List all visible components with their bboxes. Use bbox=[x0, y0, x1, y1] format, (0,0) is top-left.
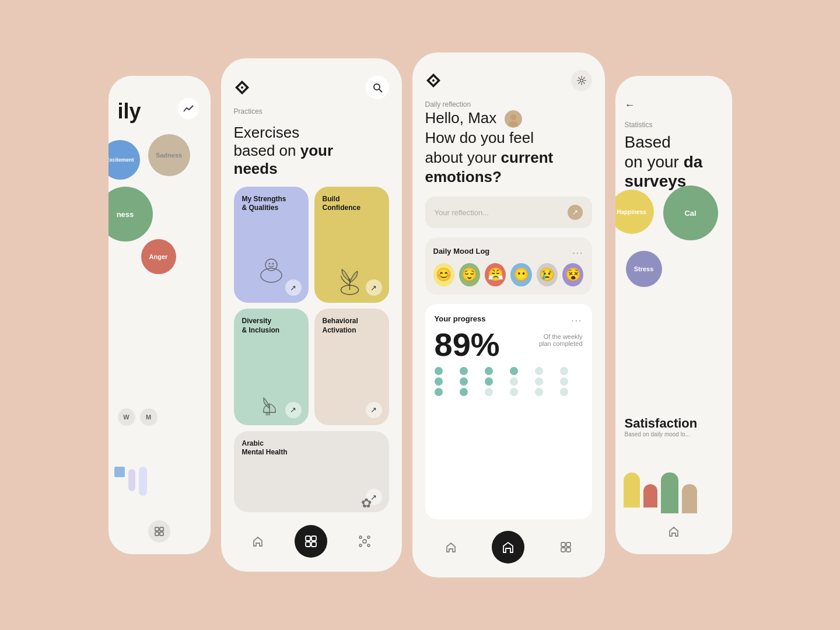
svg-rect-28 bbox=[561, 548, 565, 552]
behavioral-card[interactable]: BehavioralActivation ↗ bbox=[314, 309, 389, 425]
main-nav-button[interactable] bbox=[295, 525, 327, 558]
home-button[interactable] bbox=[663, 520, 685, 542]
mood-more-button[interactable]: ... bbox=[572, 246, 583, 256]
chart-icon[interactable] bbox=[178, 98, 199, 119]
progress-desc: Of the weeklyplan completed bbox=[539, 333, 583, 347]
svg-point-12 bbox=[266, 413, 268, 415]
mood-section: Daily Mood Log ... 😊 😌 😤 😶 😢 😵 bbox=[425, 237, 592, 295]
logo bbox=[425, 72, 442, 89]
satisfaction-section: Satisfaction Based on daily mood lo... bbox=[625, 416, 723, 438]
search-button[interactable] bbox=[366, 76, 389, 99]
phone-3: Daily reflection Hello, Max How do you f… bbox=[412, 52, 605, 578]
svg-point-24 bbox=[510, 114, 516, 120]
daily-label: Daily reflection bbox=[425, 100, 592, 108]
svg-point-18 bbox=[359, 536, 362, 538]
emoji-happy[interactable]: 😊 bbox=[433, 263, 454, 286]
arabic-mental-card[interactable]: ArabicMental Health ↗ ✿ bbox=[234, 431, 389, 512]
happiness-bubble: Happiness bbox=[615, 190, 654, 234]
svg-point-9 bbox=[268, 263, 270, 265]
phone3-header bbox=[425, 70, 592, 91]
svg-line-6 bbox=[379, 89, 382, 92]
month-button[interactable]: M bbox=[140, 408, 158, 426]
svg-point-21 bbox=[368, 544, 370, 547]
svg-point-10 bbox=[272, 263, 274, 265]
svg-point-25 bbox=[509, 121, 518, 127]
svg-point-8 bbox=[265, 259, 277, 271]
main-nav-button[interactable] bbox=[492, 531, 524, 564]
svg-rect-14 bbox=[312, 536, 316, 541]
reflection-send-button[interactable]: ↗ bbox=[568, 205, 583, 220]
svg-rect-0 bbox=[155, 527, 159, 531]
card-title: Diversity& Inclusion bbox=[242, 317, 289, 335]
card-arrow[interactable]: ↗ bbox=[366, 402, 382, 418]
section-title: Exercisesbased on yourneeds bbox=[234, 124, 389, 178]
svg-point-20 bbox=[359, 544, 362, 547]
section-title: Basedon your dasurveys bbox=[625, 132, 723, 191]
phone-4: ← Statistics Basedon your dasurveys Happ… bbox=[615, 76, 732, 554]
svg-point-5 bbox=[374, 84, 380, 90]
avatar bbox=[505, 110, 522, 128]
svg-rect-3 bbox=[160, 532, 163, 536]
reflection-placeholder: Your reflection... bbox=[435, 208, 489, 217]
confidence-card[interactable]: BuildConfidence ↗ bbox=[314, 187, 389, 303]
emotion-bubble-sadness: Sadness bbox=[148, 134, 190, 176]
cards-grid: My Strengths& Qualities ↗ BuildConfidenc… bbox=[234, 187, 389, 512]
card-title: BuildConfidence bbox=[323, 195, 369, 213]
phone-1: ily Excitement Sadness ness Anger W M bbox=[108, 76, 211, 554]
home-button[interactable] bbox=[440, 536, 462, 558]
svg-rect-15 bbox=[306, 542, 310, 547]
satisfaction-title: Satisfaction bbox=[625, 416, 723, 431]
section-label: Practices bbox=[234, 107, 389, 116]
progress-title: Your progress bbox=[435, 314, 486, 323]
emoji-blue[interactable]: 😶 bbox=[510, 263, 531, 286]
svg-point-17 bbox=[363, 540, 366, 543]
home-button[interactable] bbox=[247, 530, 269, 552]
svg-rect-1 bbox=[160, 527, 163, 531]
phone2-header bbox=[234, 76, 389, 99]
stress-bubble: Stress bbox=[626, 251, 662, 287]
card-arrow[interactable]: ↗ bbox=[285, 402, 302, 418]
svg-rect-16 bbox=[312, 542, 316, 547]
progress-dots bbox=[435, 367, 583, 396]
svg-rect-2 bbox=[155, 532, 159, 536]
reflection-input[interactable]: Your reflection... ↗ bbox=[425, 197, 592, 228]
diversity-card[interactable]: Diversity& Inclusion ↗ bbox=[234, 309, 309, 425]
svg-point-19 bbox=[368, 536, 370, 538]
back-button[interactable]: ← bbox=[625, 99, 723, 111]
grid-button[interactable] bbox=[354, 530, 376, 552]
bottom-nav bbox=[615, 520, 732, 542]
bottom-nav bbox=[425, 528, 592, 566]
emoji-calm[interactable]: 😌 bbox=[459, 263, 480, 286]
emotion-bubble-anger: Anger bbox=[141, 239, 176, 274]
svg-point-4 bbox=[241, 86, 243, 89]
card-title: ArabicMental Health bbox=[242, 439, 353, 457]
mood-emojis: 😊 😌 😤 😶 😢 😵 bbox=[433, 263, 584, 286]
emoji-angry[interactable]: 😤 bbox=[485, 263, 506, 286]
week-button[interactable]: W bbox=[118, 408, 135, 426]
svg-rect-29 bbox=[566, 548, 570, 552]
satisfaction-subtitle: Based on daily mood lo... bbox=[625, 431, 723, 438]
svg-rect-27 bbox=[566, 542, 570, 547]
calm-bubble: Cal bbox=[663, 186, 718, 240]
logo bbox=[234, 79, 250, 96]
strengths-card[interactable]: My Strengths& Qualities ↗ bbox=[234, 187, 309, 303]
grid-button[interactable] bbox=[555, 536, 577, 558]
progress-more-button[interactable]: ... bbox=[571, 313, 582, 324]
grid-nav-icon[interactable] bbox=[148, 520, 170, 542]
emotion-bubble-ness: ness bbox=[108, 187, 153, 242]
section-label: Statistics bbox=[625, 121, 723, 129]
emoji-sad[interactable]: 😢 bbox=[537, 263, 558, 286]
card-title: BehavioralActivation bbox=[323, 317, 369, 335]
progress-header: Your progress ... bbox=[435, 313, 583, 324]
progress-section: Your progress ... 89% Of the weeklyplan … bbox=[425, 304, 592, 519]
card-title: My Strengths& Qualities bbox=[242, 195, 289, 213]
settings-button[interactable] bbox=[571, 70, 592, 91]
svg-point-22 bbox=[432, 79, 435, 82]
svg-point-23 bbox=[580, 79, 583, 82]
emoji-anxious[interactable]: 😵 bbox=[562, 263, 583, 286]
emotion-bubble-excitement: Excitement bbox=[108, 140, 140, 180]
mood-header: Daily Mood Log ... bbox=[433, 246, 584, 256]
greeting: Hello, Max How do you feel about your cu… bbox=[425, 108, 592, 187]
progress-number: 89% bbox=[435, 328, 500, 361]
phone-2: Practices Exercisesbased on yourneeds My… bbox=[221, 58, 402, 572]
